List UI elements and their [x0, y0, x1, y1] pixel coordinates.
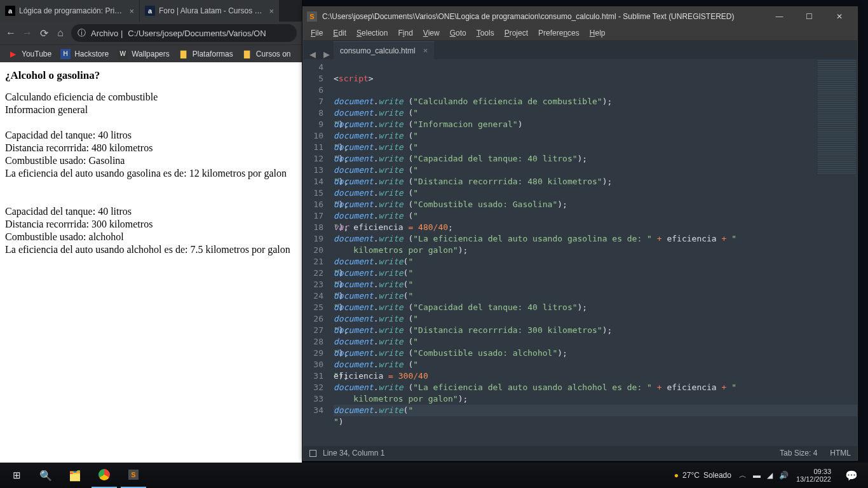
page-text: Capacidad del tanque: 40 litros: [5, 129, 297, 142]
sublime-icon: S: [307, 11, 317, 22]
chrome-taskbar-icon[interactable]: [92, 463, 117, 488]
page-text: Combustible usado: alchohol: [5, 231, 297, 243]
reload-icon[interactable]: ⟳: [38, 27, 50, 39]
folder-icon: ▇: [242, 49, 252, 59]
sublime-window: S C:\Users\josep\Documents\Varios\ONE\Lo…: [302, 6, 858, 461]
chrome-viewport: ¿Alcohol o gasolina? Calculando eficienc…: [0, 62, 302, 463]
editor-tab-label: consumo_calculo.html: [340, 46, 416, 55]
weather-text: Soleado: [703, 471, 731, 480]
menu-preferences[interactable]: Preferences: [534, 27, 583, 39]
bookmark-label: Plataformas: [193, 50, 233, 58]
sun-icon: ●: [674, 471, 679, 480]
favicon-alura-logo: a: [145, 6, 155, 16]
minimap[interactable]: [818, 60, 856, 175]
explorer-icon[interactable]: 🗂️: [62, 463, 88, 488]
weather-widget[interactable]: ● 27°C Soleado: [674, 471, 731, 480]
page-text: Capacidad del tanque: 40 litros: [5, 205, 297, 218]
omnibox[interactable]: ⓘ Archivo | C:/Users/josep/Documents/Var…: [71, 24, 297, 42]
bookmark-label: YouTube: [22, 50, 51, 58]
home-icon[interactable]: ⌂: [55, 27, 66, 39]
panel-switcher-icon[interactable]: [309, 450, 316, 457]
menu-project[interactable]: Project: [501, 27, 532, 39]
favicon-alura-logo: a: [5, 6, 15, 16]
sublime-menu-bar: File Edit Selection Find View Goto Tools…: [303, 26, 857, 40]
clock-time: 09:33: [796, 468, 831, 475]
taskbar-left: ⊞ 🔍 🗂️ S: [4, 463, 146, 488]
menu-find[interactable]: Find: [394, 27, 416, 39]
editor-area[interactable]: 4567891011121314151617181920212223242526…: [303, 59, 857, 446]
bookmark-wallpapers[interactable]: WWallpapers: [118, 49, 170, 59]
close-icon[interactable]: ×: [269, 6, 274, 16]
status-syntax[interactable]: HTML: [830, 449, 851, 458]
back-icon[interactable]: ←: [5, 27, 17, 39]
wifi-icon[interactable]: ◢: [767, 471, 773, 480]
omnibox-prefix: Archivo |: [91, 29, 123, 38]
page-heading: ¿Alcohol o gasolina?: [5, 69, 297, 82]
menu-view[interactable]: View: [419, 27, 444, 39]
windows-taskbar: ⊞ 🔍 🗂️ S ● 27°C Soleado ︿ ▬ ◢ 🔊 09:33 13…: [0, 463, 868, 488]
menu-edit[interactable]: Edit: [329, 27, 350, 39]
line-number-gutter: 4567891011121314151617181920212223242526…: [303, 59, 329, 446]
status-tab-size[interactable]: Tab Size: 4: [780, 449, 817, 458]
bookmark-cursos[interactable]: ▇Cursos on: [242, 49, 291, 59]
clock-date: 13/12/2022: [796, 475, 831, 483]
sublime-taskbar-icon[interactable]: S: [121, 463, 146, 488]
forward-icon[interactable]: →: [22, 27, 33, 39]
menu-help[interactable]: Help: [586, 27, 609, 39]
volume-icon[interactable]: 🔊: [779, 471, 789, 480]
bookmark-label: Wallpapers: [132, 50, 170, 58]
menu-selection[interactable]: Selection: [353, 27, 391, 39]
tab-history-back-icon[interactable]: ◀: [306, 50, 320, 59]
hackstore-icon: H: [60, 49, 71, 59]
minimize-button[interactable]: —: [765, 9, 794, 24]
chevron-up-icon[interactable]: ︿: [739, 470, 747, 481]
maximize-button[interactable]: ☐: [795, 9, 824, 24]
page-text: La eficiencia del auto usando gasolina e…: [5, 167, 297, 180]
status-cursor-pos: Line 34, Column 1: [323, 449, 384, 458]
search-icon[interactable]: 🔍: [33, 463, 58, 488]
bookmark-label: Hackstore: [74, 50, 109, 58]
page-text: Distancia recorrrida: 480 kilometros: [5, 142, 297, 154]
system-tray: ︿ ▬ ◢ 🔊: [739, 470, 789, 481]
taskbar-clock[interactable]: 09:33 13/12/2022: [796, 468, 831, 483]
page-text: Distancia recorrrida: 300 kilometros: [5, 218, 297, 231]
bookmark-youtube[interactable]: ▶YouTube: [8, 49, 51, 59]
menu-tools[interactable]: Tools: [473, 27, 498, 39]
editor-tab[interactable]: consumo_calculo.html ×: [334, 41, 434, 59]
bookmark-hackstore[interactable]: HHackstore: [60, 49, 109, 59]
chrome-tab-2[interactable]: a Foro | Alura Latam - Cursos onlin ×: [140, 0, 280, 22]
close-icon[interactable]: ×: [423, 46, 428, 55]
menu-goto[interactable]: Goto: [446, 27, 470, 39]
notifications-icon[interactable]: 💬: [839, 463, 864, 488]
youtube-icon: ▶: [8, 49, 18, 59]
chrome-tab-1[interactable]: a Lógica de programación: Primero ×: [0, 0, 140, 22]
close-button[interactable]: ✕: [825, 9, 853, 24]
window-controls: — ☐ ✕: [765, 9, 853, 24]
chrome-tab-2-title: Foro | Alura Latam - Cursos onlin: [159, 6, 265, 15]
page-text: Calculando eficiencia de combustible: [5, 91, 297, 104]
page-text: Informacion general: [5, 104, 297, 116]
chrome-toolbar: ← → ⟳ ⌂ ⓘ Archivo | C:/Users/josep/Docum…: [0, 22, 302, 44]
sublime-titlebar[interactable]: S C:\Users\josep\Documents\Varios\ONE\Lo…: [303, 7, 857, 26]
chrome-window: a Lógica de programación: Primero × a Fo…: [0, 0, 302, 463]
page-text: La eficiencia del auto usando alchohol e…: [5, 243, 297, 256]
tab-history-fwd-icon[interactable]: ▶: [320, 50, 334, 59]
battery-icon[interactable]: ▬: [753, 471, 761, 480]
taskbar-right: ● 27°C Soleado ︿ ▬ ◢ 🔊 09:33 13/12/2022 …: [674, 463, 864, 488]
page-text: Combustible usado: Gasolina: [5, 154, 297, 167]
sublime-tab-bar: ◀ ▶ consumo_calculo.html ×: [303, 40, 857, 59]
code-editor[interactable]: <script>document.write ("Calculando efic…: [329, 59, 857, 446]
bookmark-label: Cursos on: [256, 50, 291, 58]
weather-temp: 27°C: [682, 471, 700, 480]
sublime-title-text: C:\Users\josep\Documents\Varios\ONE\Logi…: [322, 12, 760, 21]
sublime-status-bar: Line 34, Column 1 Tab Size: 4 HTML: [303, 446, 857, 460]
folder-icon: ▇: [179, 49, 189, 59]
bookmarks-bar: ▶YouTube HHackstore WWallpapers ▇Platafo…: [0, 44, 302, 62]
close-icon[interactable]: ×: [129, 6, 134, 16]
wallpapers-icon: W: [118, 49, 128, 59]
menu-file[interactable]: File: [307, 27, 327, 39]
bookmark-plataformas[interactable]: ▇Plataformas: [179, 49, 233, 59]
start-button[interactable]: ⊞: [4, 463, 29, 488]
chrome-tab-strip: a Lógica de programación: Primero × a Fo…: [0, 0, 302, 22]
chrome-tab-1-title: Lógica de programación: Primero: [19, 6, 125, 15]
